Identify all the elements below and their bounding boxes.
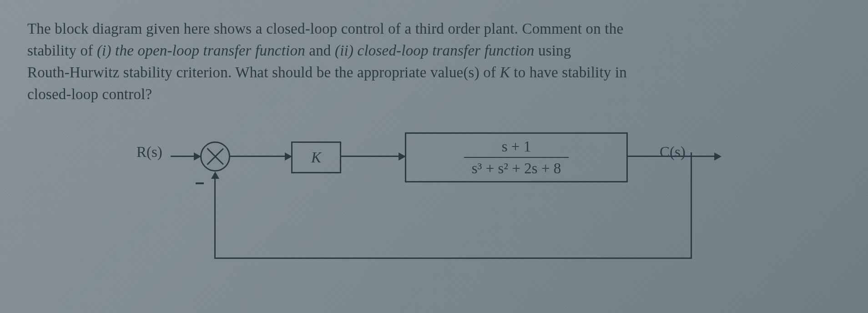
q-using: using [538, 42, 571, 59]
arrow-output [714, 152, 722, 161]
q-line4: closed-loop control? [27, 86, 152, 102]
gain-block: K [291, 141, 341, 173]
feedback-bottom [214, 257, 692, 259]
arrow-into-sum-bottom [211, 172, 219, 179]
wire-k-to-plant [341, 156, 405, 157]
q-part-i: (i) the open-loop transfer function [97, 42, 305, 59]
q-line3a: Routh-Hurwitz stability criterion. What … [27, 64, 500, 81]
wire-plant-to-output [628, 156, 717, 157]
wire-sum-to-k [230, 156, 291, 157]
plant-block: s + 1 s³ + s² + 2s + 8 [405, 132, 628, 182]
question-text: The block diagram given here shows a clo… [27, 18, 841, 105]
feedback-up [214, 178, 216, 259]
q-line2a: stability of [27, 42, 97, 59]
input-label: R(s) [136, 144, 162, 161]
tf-numerator: s + 1 [502, 138, 531, 156]
fraction-bar [464, 157, 569, 158]
q-line3b: to have stability in [514, 64, 627, 81]
tf-denominator: s³ + s² + 2s + 8 [472, 159, 561, 177]
output-label: C(s) [660, 144, 686, 161]
minus-sign [196, 182, 204, 184]
q-part-ii: (ii) closed-loop transfer function [335, 42, 535, 59]
summing-junction [200, 141, 230, 172]
q-K: K [500, 64, 510, 81]
feedback-down [691, 156, 692, 259]
q-line1: The block diagram given here shows a clo… [27, 20, 623, 37]
q-and: and [309, 42, 335, 59]
gain-label: K [311, 149, 321, 166]
transfer-function: s + 1 s³ + s² + 2s + 8 [464, 138, 569, 177]
block-diagram: R(s) C(s) K s + 1 s³ + s² + 2s + 8 [118, 128, 755, 301]
